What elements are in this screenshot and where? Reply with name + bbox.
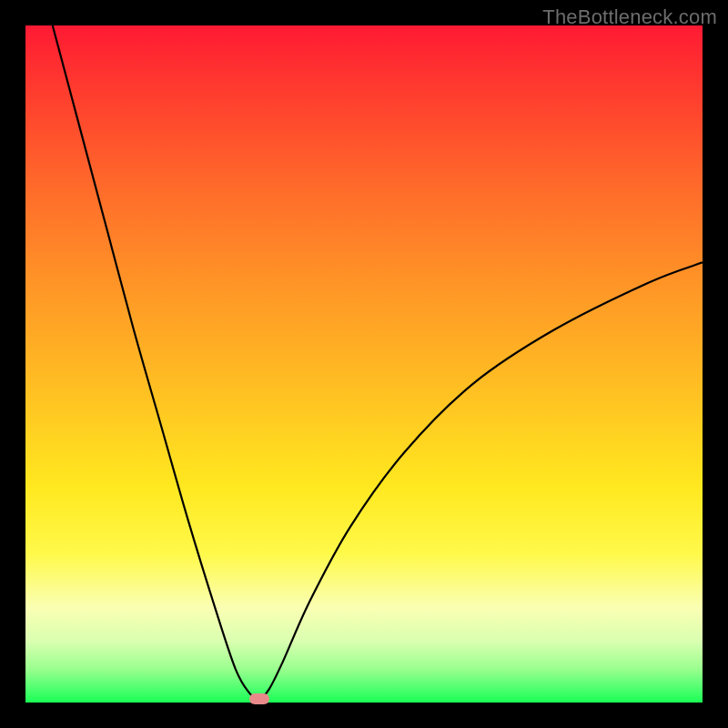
watermark-text: TheBottleneck.com [542,5,717,29]
bottleneck-curve [53,25,703,699]
chart-frame: TheBottleneck.com [0,0,728,728]
curve-layer [25,25,703,703]
minimum-marker [249,693,269,704]
plot-area [25,25,703,703]
